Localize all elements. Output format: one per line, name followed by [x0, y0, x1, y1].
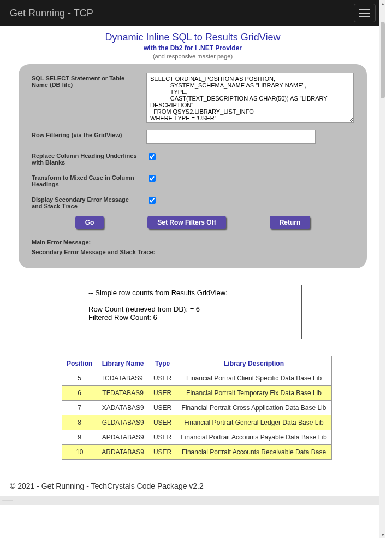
col-header-library-name[interactable]: Library Name [97, 356, 149, 371]
sql-label: SQL SELECT Statement or Table Name (DB f… [32, 73, 146, 88]
table-cell: 9 [62, 430, 97, 445]
replace-underlines-checkbox[interactable] [149, 153, 156, 160]
page-note: (and responsive master page) [0, 53, 385, 60]
table-row[interactable]: 7XADATABAS9USERFinancial Portrait Cross … [62, 401, 332, 415]
table-cell: ARDATABAS9 [97, 445, 149, 460]
table-cell: 8 [62, 415, 97, 430]
status-left [2, 500, 13, 501]
table-cell: TFDATABAS9 [97, 386, 149, 401]
row-count-log[interactable] [84, 285, 302, 339]
form-panel: SQL SELECT Statement or Table Name (DB f… [19, 64, 367, 268]
go-button[interactable]: Go [75, 216, 104, 229]
table-cell: ICDATABAS9 [97, 371, 149, 386]
stack-trace-label: Display Secondary Error Message and Stac… [32, 194, 146, 209]
row-filter-label: Row Filtering (via the GridView) [32, 130, 146, 138]
vertical-scrollbar[interactable]: ▴ ▾ [379, 0, 385, 538]
table-row[interactable]: 10ARDATABAS9USERFinancial Portrait Accou… [62, 445, 332, 460]
col-header-position[interactable]: Position [62, 356, 97, 371]
mixed-case-label: Transform to Mixed Case in Column Headin… [32, 172, 146, 187]
table-cell: USER [149, 386, 176, 401]
table-cell: Financial Portrait General Ledger Data B… [176, 415, 331, 430]
button-row: Go Set Row Filters Off Return [32, 216, 354, 229]
return-button[interactable]: Return [270, 216, 311, 229]
main-error-label: Main Error Message: [32, 239, 354, 245]
scroll-down-arrow[interactable]: ▾ [381, 532, 385, 537]
table-cell: APDATABAS9 [97, 430, 149, 445]
results-grid-wrap: Position Library Name Type Library Descr… [62, 356, 324, 460]
navbar-brand[interactable]: Get Running - TCP [10, 8, 93, 19]
table-cell: 5 [62, 371, 97, 386]
results-grid: Position Library Name Type Library Descr… [62, 356, 332, 460]
secondary-error-label: Secondary Error Message and Stack Trace: [32, 249, 354, 255]
menu-toggle-button[interactable] [354, 4, 376, 22]
replace-underlines-label: Replace Column Heading Underlines with B… [32, 150, 146, 166]
table-row[interactable]: 6TFDATABAS9USERFinancial Portrait Tempor… [62, 386, 332, 401]
col-header-library-description[interactable]: Library Description [176, 356, 331, 371]
table-cell: 7 [62, 401, 97, 415]
table-cell: USER [149, 401, 176, 415]
page-headline: Dynamic Inline SQL to Results GridView w… [0, 32, 385, 60]
row-filter-input[interactable] [146, 130, 316, 144]
mixed-case-checkbox[interactable] [149, 175, 156, 182]
table-cell: 10 [62, 445, 97, 460]
set-row-filters-off-button[interactable]: Set Row Filters Off [147, 216, 225, 229]
table-cell: Financial Portrait Cross Application Dat… [176, 401, 331, 415]
table-row[interactable]: 5ICDATABAS9USERFinancial Portrait Client… [62, 371, 332, 386]
table-cell: XADATABAS9 [97, 401, 149, 415]
status-bar: > [0, 496, 385, 505]
table-cell: USER [149, 445, 176, 460]
table-cell: Financial Portrait Accounts Payable Data… [176, 430, 331, 445]
scroll-up-arrow[interactable]: ▴ [381, 1, 385, 7]
sql-textarea[interactable] [146, 73, 354, 123]
table-cell: USER [149, 415, 176, 430]
table-row[interactable]: 9APDATABAS9USERFinancial Portrait Accoun… [62, 430, 332, 445]
table-cell: Financial Portrait Temporary Fix Data Ba… [176, 386, 331, 401]
stack-trace-checkbox[interactable] [149, 197, 156, 204]
table-cell: Financial Portrait Client Specific Data … [176, 371, 331, 386]
grid-header-row: Position Library Name Type Library Descr… [62, 356, 332, 371]
table-cell: USER [149, 430, 176, 445]
page-title: Dynamic Inline SQL to Results GridView [0, 32, 385, 43]
table-row[interactable]: 8GLDATABAS9USERFinancial Portrait Genera… [62, 415, 332, 430]
page-footer: © 2021 - Get Running - TechCrystals Code… [10, 482, 385, 490]
table-cell: 6 [62, 386, 97, 401]
table-cell: USER [149, 371, 176, 386]
page-subtitle: with the Db2 for i .NET Provider [0, 44, 385, 52]
scroll-thumb[interactable] [381, 22, 385, 98]
col-header-type[interactable]: Type [149, 356, 176, 371]
table-cell: GLDATABAS9 [97, 415, 149, 430]
table-cell: Financial Portrait Accounts Receivable D… [176, 445, 331, 460]
navbar: Get Running - TCP [0, 0, 385, 26]
